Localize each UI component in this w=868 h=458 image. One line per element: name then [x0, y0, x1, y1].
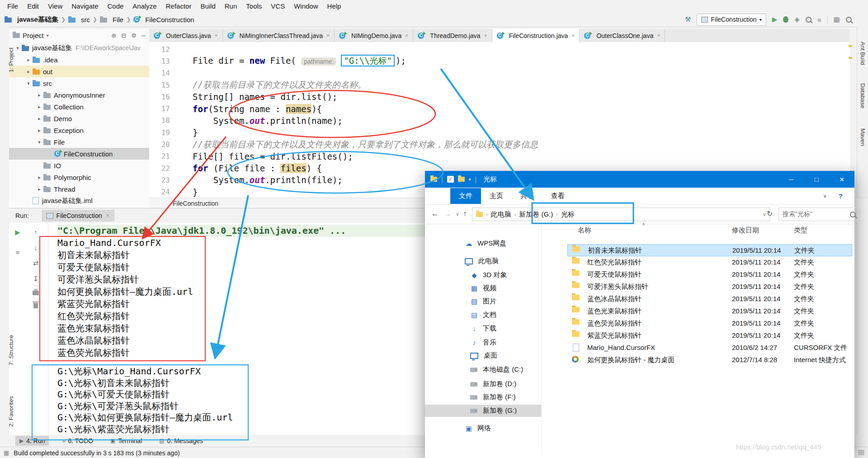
close-icon[interactable]: × [215, 33, 218, 39]
tool-strip-7-structure[interactable]: 7: Structure [8, 335, 14, 365]
file-row--[interactable]: 蓝色荧光鼠标指针2019/5/11 20:14文件夹 [567, 317, 852, 330]
path-segment--[interactable]: 此电脑 [491, 210, 511, 219]
properties-check-icon[interactable]: ✓ [447, 176, 454, 183]
breadcrumb-item-1[interactable]: src [68, 16, 90, 24]
sidebar-item-WPS-[interactable]: ☁WPS网盘 [425, 237, 541, 250]
file-row--[interactable]: 蓝色光束鼠标指针2019/5/11 20:14文件夹 [567, 305, 852, 317]
menu-item-code[interactable]: Code [103, 1, 128, 11]
code-line-13[interactable]: 13File dir = new File( pathname:"G:\\光标"… [149, 55, 850, 67]
error-stripe-mark[interactable] [849, 45, 852, 47]
editor-tab-FileConstruction-java[interactable]: CFileConstruction.java× [492, 29, 580, 42]
sidebar-item--C-[interactable]: 本地磁盘 (C:) [425, 364, 541, 376]
editor-tab-NIMingDemo-java[interactable]: CNIMingDemo.java× [335, 29, 413, 42]
menu-item-vcs[interactable]: VCS [266, 1, 289, 11]
chevron-right-icon[interactable]: ▸ [35, 104, 43, 110]
file-row--[interactable]: 蓝色冰晶鼠标指针2019/5/11 20:14文件夹 [567, 293, 852, 305]
menu-item-help[interactable]: Help [323, 1, 346, 11]
code-line-16[interactable]: 16String[] names = dir.list(); [149, 91, 850, 103]
tree-item-FileConstruction[interactable]: CFileConstruction [9, 148, 149, 160]
column-header-date[interactable]: 修改日期 [732, 226, 759, 235]
menu-item-file[interactable]: File [3, 1, 23, 11]
code-line-18[interactable]: 18 System.out.println(name); [149, 115, 850, 127]
layout-grid-icon[interactable]: ▦ [834, 15, 840, 24]
menu-item-tools[interactable]: Tools [241, 1, 266, 11]
project-panel-header[interactable]: Project ▾ ⊕⊟⚙─ [9, 29, 149, 42]
run-configuration-selector[interactable]: FileConstruction▾ [697, 14, 766, 26]
column-header-type[interactable]: 类型 [794, 226, 807, 235]
ribbon-tab-主页[interactable]: 主页 [481, 188, 512, 204]
file-row--[interactable]: 红色荧光鼠标指针2019/5/11 20:14文件夹 [567, 256, 852, 269]
code-line-17[interactable]: 17for(String name : names){ [149, 103, 850, 114]
breadcrumb-item-0[interactable]: javase基础集 [5, 15, 58, 24]
stop-icon[interactable]: ■ [817, 16, 821, 24]
tool-strip-database[interactable]: Database [859, 83, 866, 109]
sidebar-item--[interactable]: ▨图片 [425, 295, 541, 307]
sidebar-item--[interactable]: 此电脑 [425, 255, 541, 267]
menu-item-navigate[interactable]: Navigate [67, 1, 103, 11]
chevron-down-icon[interactable]: ▾ [469, 177, 471, 182]
chevron-right-icon[interactable]: ▸ [35, 175, 43, 180]
menu-item-view[interactable]: View [43, 1, 67, 11]
tree-item--idea[interactable]: ▸.idea [9, 54, 149, 66]
search-icon[interactable] [806, 17, 811, 23]
chevron-down-icon[interactable]: ▾ [47, 33, 49, 38]
build-hammer-icon[interactable]: ⚒ [685, 15, 691, 24]
ribbon-tab-共享[interactable]: 共享 [512, 188, 542, 204]
clear-all-icon[interactable] [33, 303, 38, 308]
up-stack-trace-icon[interactable]: ↑ [34, 228, 38, 236]
back-icon[interactable]: ← [431, 209, 439, 218]
tree-item-Exception[interactable]: ▸Exception [9, 124, 149, 136]
help-icon[interactable]: ? [839, 192, 843, 200]
tool-strip-2-favorites[interactable]: 2: Favorites [8, 396, 14, 427]
code-line-12[interactable]: 12 [149, 43, 850, 55]
menu-item-edit[interactable]: Edit [23, 1, 43, 11]
explorer-title-bar[interactable]: | ✓ ▾ | 光标 ─□✕ [425, 171, 854, 188]
forward-icon[interactable]: → [444, 209, 452, 218]
collapse-all-icon[interactable]: ⊟ [121, 32, 126, 39]
tool-strip-1-project[interactable]: 1: Project [8, 47, 14, 72]
code-line-15[interactable]: 15//获取当前目录下的文件以及文件夹的名称。 [149, 79, 850, 91]
file-row--[interactable]: 初音未来鼠标指针2019/5/11 20:14文件夹 [567, 244, 852, 256]
chevron-down-icon[interactable]: ▾ [35, 139, 43, 145]
run-play-icon[interactable]: ▶ [772, 15, 778, 24]
sidebar-item--[interactable]: ▤文档 [425, 309, 541, 321]
menu-item-window[interactable]: Window [289, 1, 322, 11]
chevron-right-icon[interactable]: ▸ [35, 116, 43, 122]
sidebar-item--F-[interactable]: 新加卷 (F:) [425, 391, 541, 403]
sidebar-item--[interactable]: ♪音乐 [425, 336, 541, 349]
print-icon[interactable] [33, 291, 39, 295]
chevron-down-icon[interactable]: ▾ [24, 80, 33, 86]
tree-item-Polymorphic[interactable]: ▸Polymorphic [9, 171, 149, 183]
chevron-down-icon[interactable]: ∨ [763, 212, 766, 217]
maximize-button[interactable]: □ [804, 171, 829, 188]
sort-ascending-icon[interactable]: ∧ [642, 222, 645, 227]
menu-item-build[interactable]: Build [196, 1, 220, 11]
chevron-down-icon[interactable]: ▾ [14, 45, 22, 51]
chevron-right-icon[interactable]: ▸ [35, 92, 43, 98]
file-row-Mario_Hand-CursorFX[interactable]: Mario_Hand.CursorFX2010/6/2 14:27CURSORF… [567, 342, 852, 354]
recent-chevron-icon[interactable]: ∨ [456, 211, 459, 217]
code-line-21[interactable]: 21File[] files = dir.listFiles(); [149, 151, 850, 162]
chevron-right-icon[interactable]: ▸ [35, 127, 43, 133]
editor-tab-ThreadDemo-java[interactable]: CThreadDemo.java× [413, 29, 492, 42]
close-icon[interactable]: × [571, 33, 575, 39]
editor-tab-OuterClassOne-java[interactable]: COuterClassOne.java× [580, 29, 665, 42]
breadcrumb-item-3[interactable]: CFileConstruction [133, 16, 194, 24]
coverage-icon[interactable]: ◈ [794, 15, 800, 24]
sidebar-item--D-[interactable]: 新加卷 (D:) [425, 378, 541, 390]
tree-item-Demo[interactable]: ▸Demo [9, 113, 149, 124]
search-box[interactable]: 搜索"光标" [778, 208, 860, 221]
chevron-right-icon[interactable]: ▸ [24, 57, 33, 63]
breadcrumb-item-2[interactable]: File [100, 16, 123, 24]
code-line-19[interactable]: 19} [149, 127, 850, 138]
tool-strip-maven[interactable]: Maven [859, 128, 866, 146]
tree-item-src[interactable]: ▾src [9, 77, 149, 89]
file-row--[interactable]: 如何更换鼠标指针 - 魔力桌面2012/7/14 8:28Internet 快捷… [567, 354, 852, 366]
soft-wrap-icon[interactable]: ⇄ [33, 259, 39, 267]
sidebar-item--[interactable]: ↓下载 [425, 322, 541, 335]
minimize-button[interactable]: ─ [778, 171, 804, 188]
sidebar-item--[interactable]: ▦视频 [425, 282, 541, 294]
menu-item-refactor[interactable]: Refactor [161, 1, 196, 11]
menu-item-analyze[interactable]: Analyze [128, 1, 161, 11]
tree-item-IO[interactable]: IO [9, 160, 149, 171]
